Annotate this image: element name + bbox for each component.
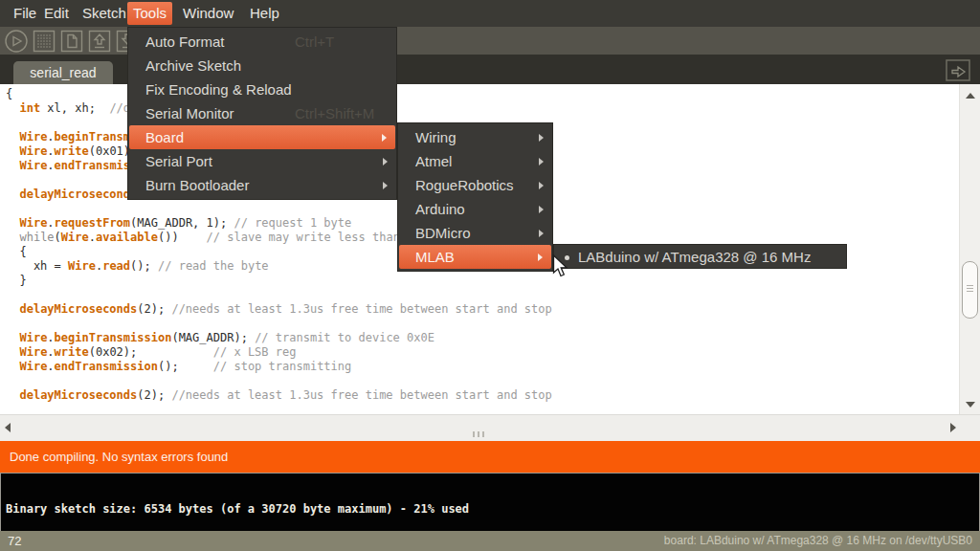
menubar-item-edit[interactable]: Edit	[38, 2, 75, 25]
menu-item-label: LABduino w/ ATmega328 @ 16 MHz	[578, 249, 811, 265]
new-sketch-icon[interactable]	[59, 29, 84, 54]
code-line: Wire.write(0x02); // x LSB reg	[6, 345, 552, 360]
menu-item-label: Archive Sketch	[145, 57, 241, 74]
submenu-arrow-icon	[383, 158, 388, 165]
submenu-arrow-icon	[539, 158, 544, 165]
line-number-indicator: 72	[8, 531, 21, 551]
code-line: delayMicroseconds(2); //needs at least 1…	[6, 302, 552, 317]
submenu-arrow-icon	[539, 182, 544, 189]
menu-item-fix-encoding-reload[interactable]: Fix Encoding & Reload	[128, 77, 396, 101]
menu-item-board[interactable]: Board	[129, 125, 395, 149]
menu-item-burn-bootloader[interactable]: Burn Bootloader	[128, 173, 396, 197]
menu-item-auto-format[interactable]: Auto FormatCtrl+T	[128, 30, 396, 54]
mlab-submenu: LABduino w/ ATmega328 @ 16 MHz	[553, 244, 847, 269]
horizontal-scrollbar[interactable]	[0, 414, 980, 442]
menubar-item-file[interactable]: File	[8, 2, 42, 25]
code-line	[6, 317, 552, 331]
board-item-wiring[interactable]: Wiring	[398, 125, 552, 149]
console-output: Binary sketch size: 6534 bytes (of a 307…	[0, 473, 980, 531]
board-submenu: WiringAtmelRogueRoboticsArduinoBDMicroML…	[397, 122, 553, 272]
menu-item-label: Wiring	[415, 129, 457, 145]
scroll-left-icon[interactable]	[5, 423, 11, 432]
scroll-up-icon[interactable]	[966, 93, 975, 99]
tab-arrow-icon[interactable]	[946, 59, 970, 81]
menu-shortcut: Ctrl+Shift+M	[295, 101, 374, 125]
status-message: Done compiling. No syntax errors found	[0, 450, 228, 464]
mouse-cursor	[552, 254, 571, 283]
tab-serial-read[interactable]: serial_read	[13, 61, 113, 84]
board-item-roguerobotics[interactable]: RogueRobotics	[398, 173, 552, 197]
menubar-item-help[interactable]: Help	[244, 2, 285, 25]
menu-shortcut: Ctrl+T	[295, 30, 334, 54]
arduino-ide-window: FileEditSketchToolsWindowHelp serial_rea…	[0, 0, 980, 551]
menu-item-label: Fix Encoding & Reload	[145, 81, 292, 98]
menubar-item-window[interactable]: Window	[177, 2, 239, 25]
code-line	[6, 374, 552, 388]
menu-item-serial-monitor[interactable]: Serial MonitorCtrl+Shift+M	[128, 101, 396, 125]
submenu-arrow-icon	[538, 253, 543, 261]
menu-item-label: Serial Monitor	[145, 105, 234, 121]
vertical-scroll-thumb[interactable]	[962, 261, 978, 319]
submenu-arrow-icon	[383, 182, 388, 189]
menu-item-label: BDMicro	[415, 225, 471, 241]
menu-item-archive-sketch[interactable]: Archive Sketch	[128, 54, 396, 77]
board-item-labduino[interactable]: LABduino w/ ATmega328 @ 16 MHz	[554, 245, 846, 270]
board-port-indicator: board: LABduino w/ ATmega328 @ 16 MHz on…	[664, 531, 972, 551]
tools-menu: Auto FormatCtrl+TArchive SketchFix Encod…	[127, 27, 397, 200]
console-text: Binary sketch size: 6534 bytes (of a 307…	[6, 502, 469, 516]
scroll-grip	[967, 285, 973, 286]
menu-item-label: RogueRobotics	[415, 177, 514, 193]
open-sketch-icon[interactable]	[87, 29, 112, 54]
menu-item-label: Auto Format	[145, 33, 225, 50]
board-item-atmel[interactable]: Atmel	[398, 149, 552, 173]
vertical-scrollbar[interactable]	[959, 84, 980, 414]
menu-item-label: Serial Port	[145, 153, 212, 169]
submenu-arrow-icon	[539, 134, 544, 142]
code-line	[6, 288, 552, 302]
menu-item-label: Board	[145, 129, 184, 145]
code-line: Wire.beginTransmission(MAG_ADDR); // tra…	[6, 331, 552, 345]
submenu-arrow-icon	[539, 206, 544, 213]
board-item-arduino[interactable]: Arduino	[398, 197, 552, 221]
splitter-grip[interactable]	[473, 431, 475, 437]
stop-icon[interactable]	[32, 29, 56, 54]
menubar-item-sketch[interactable]: Sketch	[77, 2, 132, 25]
code-line: delayMicroseconds(2); //needs at least 1…	[6, 388, 552, 403]
menu-item-label: Arduino	[415, 201, 465, 217]
code-line: Wire.endTransmission(); // stop transmit…	[6, 360, 552, 374]
board-item-bdmicro[interactable]: BDMicro	[398, 221, 552, 245]
footer-status-strip: 72 board: LABduino w/ ATmega328 @ 16 MHz…	[0, 531, 980, 551]
submenu-arrow-icon	[382, 134, 387, 142]
menu-item-label: Burn Bootloader	[145, 177, 249, 193]
scroll-right-icon[interactable]	[950, 423, 956, 432]
menubar: FileEditSketchToolsWindowHelp	[0, 0, 980, 27]
status-bar: Done compiling. No syntax errors found	[0, 441, 980, 473]
scroll-down-icon[interactable]	[966, 402, 975, 408]
verify-icon[interactable]	[4, 29, 29, 54]
menu-item-label: MLAB	[415, 249, 455, 265]
submenu-arrow-icon	[539, 230, 544, 237]
board-item-mlab[interactable]: MLAB	[399, 245, 551, 269]
menu-item-label: Atmel	[415, 153, 452, 169]
code-line: }	[6, 274, 552, 288]
menubar-item-tools[interactable]: Tools	[127, 2, 172, 25]
menu-item-serial-port[interactable]: Serial Port	[128, 149, 396, 173]
